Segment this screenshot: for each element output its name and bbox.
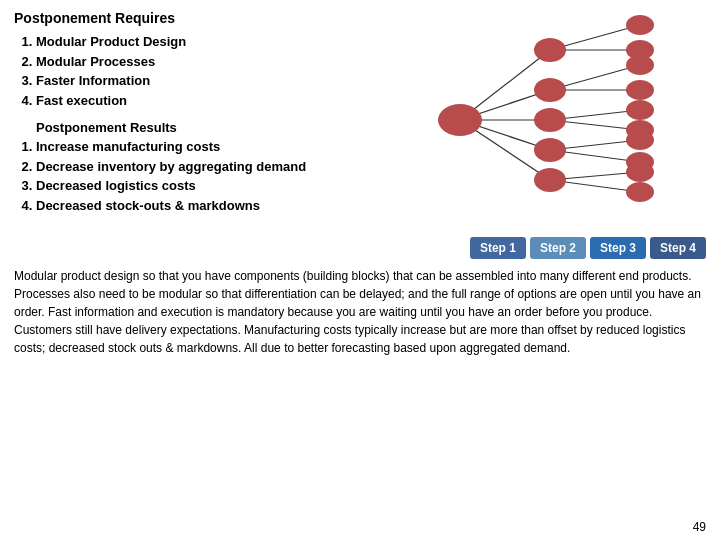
svg-point-15 <box>438 104 482 136</box>
step3-button[interactable]: Step 3 <box>590 237 646 259</box>
step2-button[interactable]: Step 2 <box>530 237 586 259</box>
svg-point-29 <box>626 162 654 182</box>
svg-point-17 <box>534 78 566 102</box>
requires-list: Modular Product Design Modular Processes… <box>14 32 384 110</box>
svg-point-24 <box>626 80 654 100</box>
svg-point-23 <box>626 55 654 75</box>
svg-point-30 <box>626 182 654 202</box>
page-number: 49 <box>693 520 706 534</box>
results-list: Increase manufacturing costs Decrease in… <box>14 137 384 215</box>
svg-point-19 <box>534 138 566 162</box>
bottom-description: Modular product design so that you have … <box>14 267 706 532</box>
svg-point-21 <box>626 15 654 35</box>
requires-item-2: Modular Processes <box>36 52 384 72</box>
left-content: Postponement Requires Modular Product De… <box>14 10 394 233</box>
svg-point-16 <box>534 38 566 62</box>
results-item-1: Increase manufacturing costs <box>36 137 384 157</box>
requires-item-3: Faster Information <box>36 71 384 91</box>
postponement-results-title: Postponement Results <box>36 120 384 135</box>
results-item-3: Decreased logistics costs <box>36 176 384 196</box>
main-container: Postponement Requires Modular Product De… <box>0 0 720 540</box>
top-section: Postponement Requires Modular Product De… <box>14 10 706 233</box>
requires-item-4: Fast execution <box>36 91 384 111</box>
results-item-4: Decreased stock-outs & markdowns <box>36 196 384 216</box>
network-diagram <box>394 10 706 230</box>
steps-row: Step 1 Step 2 Step 3 Step 4 <box>14 237 706 259</box>
svg-point-20 <box>534 168 566 192</box>
step1-button[interactable]: Step 1 <box>470 237 526 259</box>
requires-item-1: Modular Product Design <box>36 32 384 52</box>
diagram-area <box>394 10 706 233</box>
results-item-2: Decrease inventory by aggregating demand <box>36 157 384 177</box>
svg-point-25 <box>626 100 654 120</box>
step4-button[interactable]: Step 4 <box>650 237 706 259</box>
svg-point-27 <box>626 130 654 150</box>
postponement-requires-title: Postponement Requires <box>14 10 384 26</box>
svg-point-18 <box>534 108 566 132</box>
